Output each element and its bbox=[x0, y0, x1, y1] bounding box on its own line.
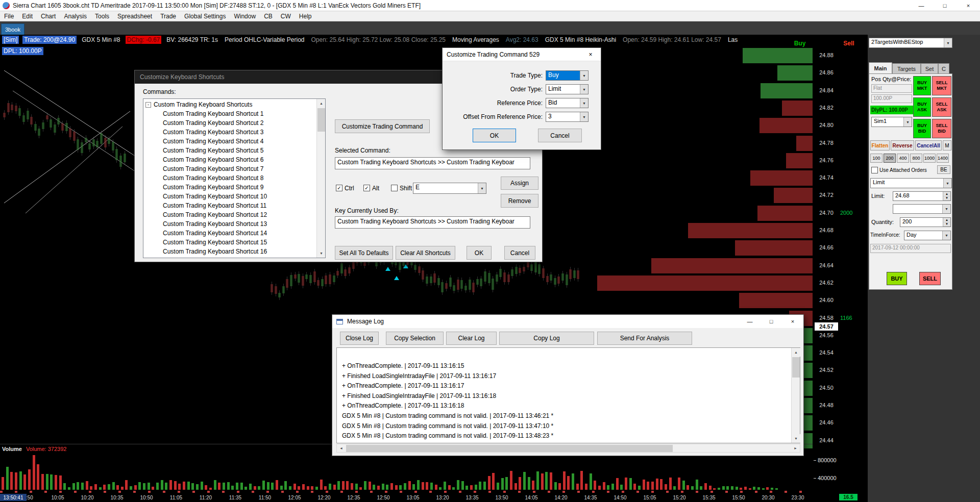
reverse-button[interactable]: Reverse bbox=[891, 140, 914, 150]
scrollbar-thumb[interactable] bbox=[792, 357, 800, 378]
scrollbar-thumb[interactable] bbox=[346, 445, 673, 452]
shortcut-tree[interactable]: -Custom Trading Keyboard ShortcutsCustom… bbox=[143, 98, 326, 258]
tree-item[interactable]: Custom Trading Keyboard Shortcut 5 bbox=[163, 146, 263, 155]
offset-from-reference-price-dropdown[interactable]: 3▼ bbox=[546, 112, 589, 122]
remove-button[interactable]: Remove bbox=[501, 194, 538, 208]
assign-button[interactable]: Assign bbox=[501, 177, 538, 190]
close-log-button[interactable]: Close Log bbox=[340, 332, 379, 345]
log-vertical-scrollbar[interactable]: ▲ ▼ bbox=[791, 348, 800, 443]
quantity-400-button[interactable]: 400 bbox=[897, 154, 909, 163]
kb-cancel-button[interactable]: Cancel bbox=[504, 246, 535, 260]
buy-bid-button[interactable]: BUYBID bbox=[913, 119, 931, 138]
flatten-button[interactable]: Flatten bbox=[870, 140, 890, 150]
selected-command-field[interactable]: Custom Trading Keyboard Shortcuts >> Cus… bbox=[335, 157, 530, 169]
buy-button[interactable]: BUY bbox=[887, 272, 907, 285]
tc-ok-button[interactable]: OK bbox=[473, 129, 516, 142]
menu-item-window[interactable]: Window bbox=[230, 11, 260, 21]
tc-cancel-button[interactable]: Cancel bbox=[538, 129, 582, 142]
quantity-100-button[interactable]: 100 bbox=[870, 154, 883, 163]
close-icon[interactable]: × bbox=[782, 315, 803, 328]
menu-item-file[interactable]: File bbox=[0, 11, 18, 21]
buy-mkt-button[interactable]: BUYMKT bbox=[913, 76, 931, 95]
quantity-1000-button[interactable]: 1000 bbox=[923, 154, 936, 163]
send-for-analysis-button[interactable]: Send For Analysis bbox=[597, 332, 692, 345]
scroll-left-icon[interactable]: ◄ bbox=[337, 444, 346, 452]
spinner[interactable]: ▲▼ bbox=[943, 192, 950, 200]
tab-set[interactable]: Set bbox=[921, 63, 938, 73]
set-all-defaults-button[interactable]: Set All To Defaults bbox=[335, 246, 393, 260]
tree-item[interactable]: Custom Trading Keyboard Shortcut 14 bbox=[163, 229, 267, 238]
scroll-up-icon[interactable]: ▲ bbox=[317, 99, 326, 108]
chart-tab-3book[interactable]: 3book bbox=[1, 23, 24, 35]
menu-item-global-settings[interactable]: Global Settings bbox=[180, 11, 230, 21]
sell-button[interactable]: SELL bbox=[919, 272, 941, 285]
close-icon[interactable]: × bbox=[957, 0, 980, 11]
spinner[interactable]: ▲▼ bbox=[943, 218, 950, 227]
use-attached-orders-checkbox[interactable] bbox=[871, 167, 878, 173]
tree-item[interactable]: Custom Trading Keyboard Shortcut 9 bbox=[163, 183, 263, 192]
tree-collapse-icon[interactable]: - bbox=[145, 102, 151, 108]
quantity-1400-button[interactable]: 1400 bbox=[937, 154, 949, 163]
tree-item[interactable]: Custom Trading Keyboard Shortcut 3 bbox=[163, 128, 263, 137]
dialog-title-bar[interactable]: Customize Trading Command 529 × bbox=[443, 48, 601, 61]
sell-bid-button[interactable]: SELLBID bbox=[932, 119, 951, 138]
scroll-up-icon[interactable]: ▲ bbox=[792, 348, 800, 357]
menu-item-analysis[interactable]: Analysis bbox=[60, 11, 91, 21]
limit-price-input[interactable]: 24.68 ▲▼ bbox=[893, 191, 951, 201]
clear-log-button[interactable]: Clear Log bbox=[446, 332, 497, 345]
tree-item[interactable]: Custom Trading Keyboard Shortcut 2 bbox=[163, 118, 263, 128]
tree-item[interactable]: Custom Trading Keyboard Shortcut 15 bbox=[163, 238, 267, 247]
sell-ask-button[interactable]: SELLASK bbox=[932, 97, 951, 117]
shift-checkbox[interactable] bbox=[391, 185, 398, 191]
time-in-force-dropdown[interactable]: Day ▼ bbox=[904, 231, 951, 240]
trade-preset-dropdown[interactable]: 2TargetsWithBEStop ▼ bbox=[869, 38, 952, 48]
copy-log-button[interactable]: Copy Log bbox=[499, 332, 594, 345]
ctrl-checkbox[interactable]: ✓ bbox=[336, 185, 342, 191]
tree-item[interactable]: Custom Trading Keyboard Shortcut 13 bbox=[163, 219, 267, 229]
tree-item[interactable]: Custom Trading Keyboard Shortcut 12 bbox=[163, 210, 267, 219]
menu-item-help[interactable]: Help bbox=[295, 11, 316, 21]
tree-item[interactable]: Custom Trading Keyboard Shortcut 7 bbox=[163, 164, 263, 173]
cancel-all-button[interactable]: CancelAll bbox=[915, 140, 942, 150]
minimize-icon[interactable]: — bbox=[739, 315, 761, 328]
menu-item-cb[interactable]: CB bbox=[260, 11, 277, 21]
menu-item-trade[interactable]: Trade bbox=[156, 11, 180, 21]
tab-main[interactable]: Main bbox=[869, 62, 892, 73]
key-dropdown[interactable]: E ▼ bbox=[413, 183, 486, 194]
sell-mkt-button[interactable]: SELLMKT bbox=[932, 76, 951, 95]
menu-button[interactable]: M bbox=[943, 140, 951, 150]
tree-item[interactable]: Custom Trading Keyboard Shortcut 10 bbox=[163, 192, 267, 201]
quantity-800-button[interactable]: 800 bbox=[910, 154, 922, 163]
minimize-icon[interactable]: — bbox=[910, 0, 933, 11]
tab-c[interactable]: C bbox=[938, 63, 949, 73]
maximize-icon[interactable]: □ bbox=[761, 315, 782, 328]
secondary-price-dropdown[interactable]: ▼ bbox=[893, 204, 951, 214]
menu-item-spreadsheet[interactable]: Spreadsheet bbox=[113, 11, 156, 21]
maximize-icon[interactable]: □ bbox=[933, 0, 957, 11]
scrollbar-thumb[interactable] bbox=[317, 108, 325, 132]
copy-selection-button[interactable]: Copy Selection bbox=[386, 332, 444, 345]
message-log-title-bar[interactable]: Message Log — □ × bbox=[332, 315, 803, 328]
alt-checkbox[interactable]: ✓ bbox=[363, 185, 370, 191]
tab-targets[interactable]: Targets bbox=[892, 63, 921, 73]
order-type-dropdown[interactable]: Limit▼ bbox=[546, 84, 589, 94]
kb-ok-button[interactable]: OK bbox=[467, 246, 492, 260]
scroll-down-icon[interactable]: ▼ bbox=[792, 434, 800, 443]
tree-root-item[interactable]: -Custom Trading Keyboard Shortcuts bbox=[143, 100, 252, 109]
tree-item[interactable]: Custom Trading Keyboard Shortcut 4 bbox=[163, 137, 263, 146]
menu-item-cw[interactable]: CW bbox=[277, 11, 295, 21]
reference-price-dropdown[interactable]: Bid▼ bbox=[546, 98, 589, 108]
key-currently-used-field[interactable]: Custom Trading Keyboard Shortcuts >> Cus… bbox=[335, 216, 530, 229]
menu-item-edit[interactable]: Edit bbox=[18, 11, 37, 21]
menu-item-tools[interactable]: Tools bbox=[91, 11, 113, 21]
quantity-200-button[interactable]: 200 bbox=[884, 154, 896, 163]
quantity-input[interactable]: 200 ▲▼ bbox=[900, 217, 951, 227]
breakeven-button[interactable]: BE bbox=[937, 165, 950, 174]
log-area[interactable]: + OnThreadComplete. | 2017-09-11 13:16:1… bbox=[336, 347, 800, 443]
tree-item[interactable]: Custom Trading Keyboard Shortcut 6 bbox=[163, 155, 263, 164]
account-dropdown[interactable]: Sim1 ▼ bbox=[871, 117, 912, 127]
order-type-dropdown[interactable]: Limit ▼ bbox=[870, 178, 952, 188]
close-icon[interactable]: × bbox=[580, 48, 601, 61]
customize-trading-command-button[interactable]: Customize Trading Command bbox=[335, 119, 430, 133]
tree-item[interactable]: Custom Trading Keyboard Shortcut 1 bbox=[163, 109, 263, 118]
